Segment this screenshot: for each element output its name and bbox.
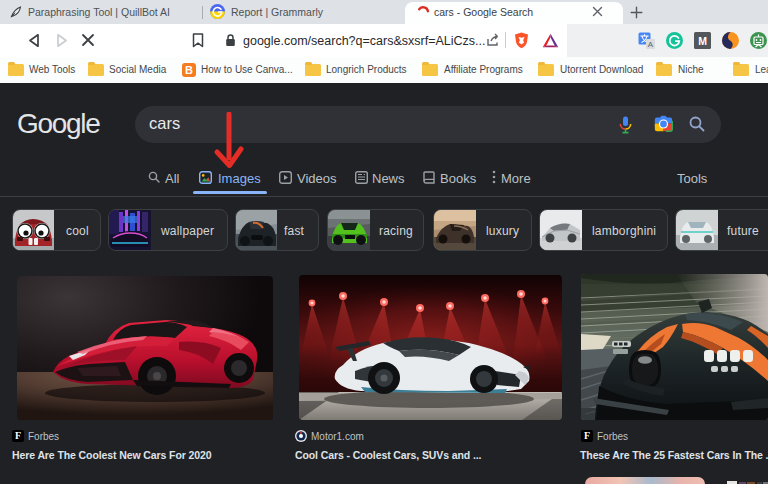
svg-text:M: M — [698, 35, 707, 47]
svg-text:A: A — [648, 40, 654, 49]
